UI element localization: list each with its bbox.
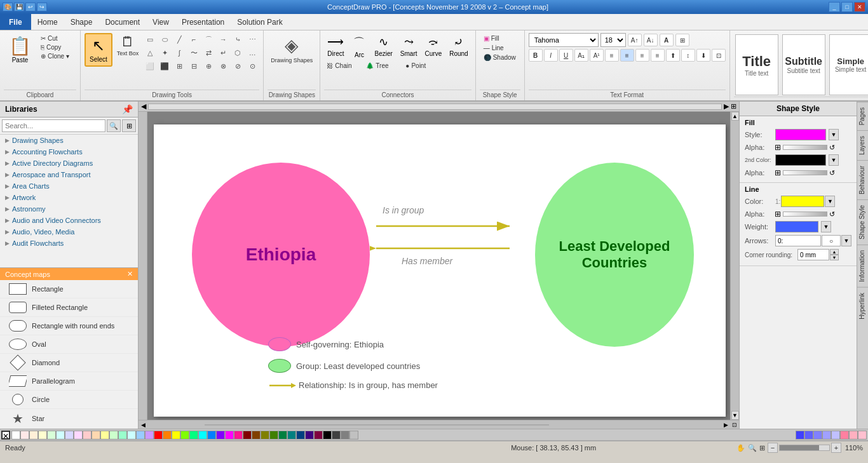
- color-6[interactable]: [65, 431, 74, 440]
- no-color-cell[interactable]: ✕: [1, 431, 10, 440]
- text-bot-button[interactable]: ⬇: [696, 49, 710, 62]
- color-8[interactable]: [83, 431, 92, 440]
- text-mid-button[interactable]: ↕: [681, 49, 695, 62]
- hand-tool-icon[interactable]: ✋: [736, 444, 745, 452]
- minimize-button[interactable]: _: [829, 2, 840, 12]
- cm-rect-round-ends[interactable]: Rectangle with round ends: [0, 317, 138, 335]
- shape-arrow2[interactable]: ⤷: [231, 33, 245, 46]
- align-right-button[interactable]: ≡: [635, 49, 649, 62]
- shape-wave[interactable]: 〜: [187, 46, 201, 59]
- scroll-up-button[interactable]: ▲: [731, 112, 739, 121]
- cm-rectangle[interactable]: Rectangle: [0, 280, 138, 299]
- shape-curve1[interactable]: ∫: [172, 46, 186, 59]
- shape-arc[interactable]: ⌒: [201, 33, 215, 46]
- subscript-button[interactable]: A₁: [574, 49, 588, 62]
- simple-text-preset[interactable]: Simple Simple text: [829, 34, 868, 95]
- second-color-dropdown[interactable]: ▼: [829, 154, 839, 166]
- shadow-button[interactable]: 🌑 Shadow: [481, 53, 519, 62]
- text-top-button[interactable]: ⬆: [666, 49, 680, 62]
- menu-presentation[interactable]: Presentation: [175, 14, 231, 30]
- library-pin-button[interactable]: 📌: [122, 104, 133, 114]
- shape-poly[interactable]: ⬡: [231, 46, 245, 59]
- fill-alpha-slider[interactable]: [783, 145, 827, 150]
- underline-button[interactable]: U: [559, 49, 573, 62]
- textbox-button[interactable]: 🗒 Text Box: [114, 33, 142, 58]
- color-ext-3[interactable]: [813, 431, 822, 440]
- shape-more2[interactable]: …: [245, 46, 259, 59]
- arrows-symbol[interactable]: ○: [822, 235, 841, 246]
- chain-button[interactable]: ⛓ Chain: [324, 62, 362, 70]
- color-blue[interactable]: [207, 431, 216, 440]
- color-yellow[interactable]: [172, 431, 180, 440]
- cm-star[interactable]: ★ Star: [0, 409, 138, 429]
- bezier-button[interactable]: ∿ Bezier: [371, 33, 395, 60]
- lib-accounting-flowcharts[interactable]: ▶Accounting Flowcharts: [0, 146, 138, 158]
- color-orange[interactable]: [163, 431, 172, 440]
- canvas-container[interactable]: Ethiopia Least Developed Countries Is in…: [147, 112, 739, 420]
- color-purple[interactable]: [216, 431, 225, 440]
- align-left-button[interactable]: ≡: [605, 49, 619, 62]
- color-dg2[interactable]: [278, 431, 287, 440]
- color-ext-6[interactable]: [840, 431, 849, 440]
- drawing-shapes-button[interactable]: ◈ Drawing Shapes: [268, 33, 316, 65]
- page-scrollbar[interactable]: [148, 104, 722, 110]
- font-family-select[interactable]: Tahoma: [529, 33, 599, 47]
- color-ext-5[interactable]: [831, 431, 840, 440]
- color-red[interactable]: [154, 431, 163, 440]
- arc-button[interactable]: ⌒ Arc: [348, 33, 370, 60]
- font-shrink-button[interactable]: A↓: [644, 34, 658, 46]
- shape-more[interactable]: ⋯: [245, 33, 259, 46]
- shape-dbl[interactable]: ⇄: [201, 46, 215, 59]
- color-ext-1[interactable]: [796, 431, 804, 440]
- point-button[interactable]: ● Point: [403, 62, 441, 70]
- close-button[interactable]: ✕: [854, 2, 865, 12]
- font-grow-button[interactable]: A↑: [628, 34, 642, 46]
- color-ext-2[interactable]: [804, 431, 813, 440]
- shape-t4[interactable]: ⊟: [187, 60, 201, 72]
- menu-document[interactable]: Document: [98, 14, 146, 30]
- color-3[interactable]: [38, 431, 47, 440]
- shape-t8[interactable]: ⊙: [245, 60, 259, 72]
- behaviour-tab[interactable]: Behaviour: [857, 160, 868, 199]
- scroll-left-button[interactable]: ◀: [139, 422, 147, 428]
- menu-view[interactable]: View: [146, 14, 175, 30]
- color-ltgray[interactable]: [349, 431, 358, 440]
- color-brown[interactable]: [252, 431, 261, 440]
- weight-swatch[interactable]: [775, 221, 818, 232]
- second-color-swatch[interactable]: [775, 154, 826, 166]
- shape-t1[interactable]: ⬜: [143, 60, 157, 72]
- color-11[interactable]: [109, 431, 118, 440]
- round-button[interactable]: ⤾ Round: [446, 33, 471, 60]
- line-alpha-reset[interactable]: ↺: [829, 210, 835, 218]
- bold-button[interactable]: B: [529, 49, 543, 62]
- color-ext-8[interactable]: [858, 431, 867, 440]
- color-lime[interactable]: [180, 431, 189, 440]
- font-options-button[interactable]: ⊞: [675, 34, 689, 46]
- shape-style-tab[interactable]: Shape Style: [857, 199, 868, 245]
- color-mint[interactable]: [189, 431, 198, 440]
- copy-button[interactable]: ⎘ Copy: [38, 43, 76, 51]
- color-indigo[interactable]: [305, 431, 314, 440]
- curve-button[interactable]: ⤼ Curve: [422, 33, 445, 60]
- line-alpha-slider[interactable]: [783, 211, 827, 217]
- corner-down-button[interactable]: ▼: [830, 255, 839, 260]
- color-12[interactable]: [118, 431, 127, 440]
- zoom-in-button[interactable]: +: [831, 443, 841, 453]
- arrows-value[interactable]: 0:: [775, 235, 821, 246]
- shape-t5[interactable]: ⊕: [201, 60, 215, 72]
- lib-audit-flowcharts[interactable]: ▶Audit Flowcharts: [0, 238, 138, 249]
- color-olive[interactable]: [261, 431, 269, 440]
- clone-button[interactable]: ⊕ Clone ▾: [38, 52, 76, 60]
- title-text-preset[interactable]: Title Title text: [735, 34, 778, 95]
- shape-tri1[interactable]: △: [143, 46, 157, 59]
- cm-circle[interactable]: Circle: [0, 391, 138, 409]
- shape-star1[interactable]: ✦: [158, 46, 172, 59]
- library-view-button[interactable]: ⊞: [122, 119, 136, 132]
- select-button[interactable]: ↖ Select: [85, 33, 112, 67]
- color-dkgray[interactable]: [332, 431, 341, 440]
- line-button[interactable]: — Line: [481, 44, 519, 52]
- lib-audio-video-media[interactable]: ▶Audio, Video, Media: [0, 226, 138, 238]
- shape-t6[interactable]: ⊗: [216, 60, 230, 72]
- color-crimson[interactable]: [314, 431, 323, 440]
- cm-oval[interactable]: Oval: [0, 335, 138, 354]
